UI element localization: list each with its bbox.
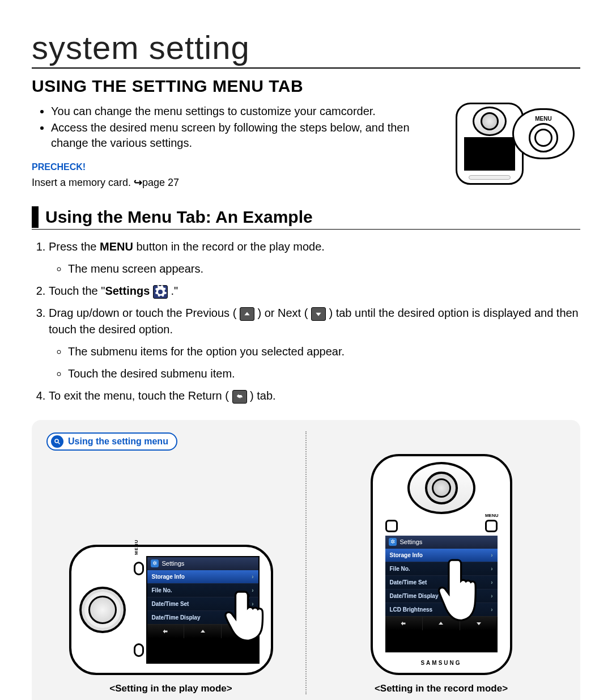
- subsection-title: Using the Menu Tab: An Example: [45, 206, 313, 228]
- menu-button-diagram: MENU: [456, 103, 580, 185]
- lcd-header-label: Settings: [162, 560, 185, 567]
- settings-gear-icon: ✲: [151, 559, 159, 567]
- menu-small-label: MENU: [485, 513, 499, 518]
- lcd-item: Date/Time Display›: [147, 610, 258, 624]
- device-play-mode: MENU ✲ Settings Storage Info› File No.›: [46, 499, 295, 694]
- figure-pill-label: Using the setting menu: [68, 436, 168, 447]
- menu-button-callout: MENU: [512, 108, 575, 159]
- lcd-item: Date/Time Display›: [385, 589, 498, 603]
- device-record-mode: MENU ✲ Settings Storage Info› File No.› …: [317, 454, 566, 694]
- brand-label: SAMSUNG: [246, 592, 251, 627]
- lcd-screen-record: ✲ Settings Storage Info› File No.› Date/…: [385, 536, 498, 652]
- settings-gear-icon: ✲: [389, 538, 397, 546]
- nav-down-icon: [222, 625, 258, 638]
- step-2: Touch the "Settings .": [49, 283, 580, 299]
- arrow-right-hook-icon: ↪: [134, 177, 142, 188]
- return-icon: [232, 390, 247, 404]
- menu-small-label: MENU: [134, 539, 139, 555]
- svg-line-1: [58, 442, 60, 444]
- step-1-sub: The menu screen appears.: [68, 261, 580, 277]
- lcd-item: LCD Brightness›: [385, 603, 498, 616]
- vertical-divider: [305, 431, 307, 694]
- menu-label: MENU: [535, 116, 551, 122]
- lcd-header-label: Settings: [400, 538, 423, 545]
- step-3-sub: Touch the desired submenu item.: [68, 366, 580, 382]
- magnifier-icon: [51, 435, 63, 448]
- figure-panel: Using the setting menu MENU ✲ Settings: [32, 420, 580, 700]
- nav-return-icon: [385, 617, 423, 630]
- nav-up-icon: [184, 625, 222, 638]
- lcd-item: Date/Time Set›: [147, 597, 258, 610]
- lcd-item: File No.›: [385, 562, 498, 575]
- settings-gear-icon: [153, 285, 168, 299]
- brand-label: SAMSUNG: [373, 660, 510, 666]
- precheck-label: PRECHECK!: [32, 161, 444, 173]
- svg-point-0: [55, 439, 58, 443]
- lcd-item-selected: Storage Info›: [147, 570, 258, 583]
- figure-pill: Using the setting menu: [46, 432, 177, 451]
- step-4: To exit the menu, touch the Return ( ) t…: [49, 388, 580, 404]
- pill-button-icon: [134, 562, 144, 575]
- lcd-screen-play: ✲ Settings Storage Info› File No.› Date/…: [146, 556, 260, 664]
- intro-bullet: Access the desired menu screen by follow…: [51, 120, 444, 151]
- lens-icon: [407, 462, 475, 514]
- nav-down-icon: [460, 617, 497, 630]
- caption-record: <Setting in the record mode>: [317, 683, 566, 694]
- caption-play: <Setting in the play mode>: [46, 683, 295, 694]
- step-1: Press the MENU button in the record or t…: [49, 239, 580, 277]
- nav-return-icon: [147, 625, 185, 638]
- lens-icon: [79, 587, 126, 633]
- next-down-icon: [311, 307, 326, 321]
- lcd-item: Date/Time Set›: [385, 575, 498, 589]
- lcd-item-selected: Storage Info›: [385, 548, 498, 562]
- pill-button-icon: [485, 520, 498, 532]
- chapter-title: system setting: [32, 28, 580, 69]
- nav-up-icon: [423, 617, 460, 630]
- previous-up-icon: [240, 307, 254, 321]
- section-title: USING THE SETTING MENU TAB: [32, 77, 580, 96]
- intro-bullet: You can change the menu settings to cust…: [51, 104, 444, 119]
- pill-button-icon: [134, 643, 144, 657]
- precheck-text: Insert a memory card. ↪page 27: [32, 176, 444, 189]
- lcd-item: File No.›: [147, 583, 258, 597]
- step-3-sub: The submenu items for the option you sel…: [68, 343, 580, 360]
- step-3: Drag up/down or touch the Previous ( ) o…: [49, 305, 580, 382]
- pill-button-icon: [385, 520, 398, 532]
